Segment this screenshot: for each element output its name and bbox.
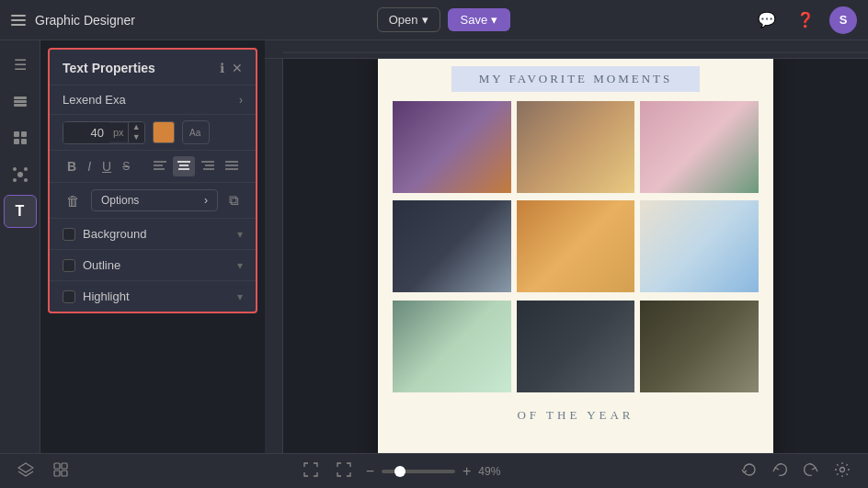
avatar[interactable]: S [829,6,857,34]
chevron-down-icon: ▾ [491,13,497,27]
align-center-button[interactable] [173,156,195,176]
zoom-out-button[interactable]: − [364,461,376,482]
topbar: Graphic Designer Open ▾ Save ▾ 💬 ❓ S [0,0,868,40]
main-layout: ☰ T Text Properties ℹ ✕ [0,40,868,453]
bottom-left [13,459,74,483]
photo-cell-5[interactable] [517,200,635,292]
align-left-button[interactable] [149,156,171,176]
photo-cell-9[interactable] [640,301,759,392]
photo-cell-7[interactable] [393,301,511,392]
background-checkbox[interactable] [63,228,75,241]
zoom-control: − + 49% [364,461,512,482]
menu-icon[interactable] [11,15,26,26]
highlight-checkbox[interactable] [63,290,75,303]
svg-point-8 [13,167,17,171]
photo-grid [378,101,773,395]
sidebar: ☰ T [0,40,40,453]
shrink-button[interactable] [331,459,357,483]
font-size-input[interactable] [63,122,109,143]
canvas-scroll: MY FAVORITE MOMENTS [283,59,868,453]
italic-button[interactable]: I [83,156,96,176]
sidebar-item-components[interactable] [4,158,37,191]
save-button[interactable]: Save ▾ [448,8,511,31]
photo-cell-8[interactable] [517,301,635,392]
sidebar-item-elements[interactable] [4,121,37,154]
align-justify-button[interactable] [221,156,243,176]
format-row: B I U S [50,151,256,183]
zoom-slider[interactable] [382,470,455,473]
sidebar-item-text[interactable]: T [4,195,37,228]
canvas-with-ruler: MY FAVORITE MOMENTS [265,59,868,453]
settings-button[interactable] [829,459,855,483]
svg-rect-2 [14,104,27,107]
bottom-right [736,459,855,483]
outline-checkbox[interactable] [63,259,75,272]
undo-button[interactable] [767,459,793,483]
chat-icon[interactable]: 💬 [752,6,782,35]
size-row: px ▲ ▼ Aa [50,115,256,151]
svg-point-11 [24,178,28,182]
outline-section-left: Outline [63,258,120,272]
outline-chevron-icon: ▾ [237,259,243,272]
duplicate-button[interactable]: ⧉ [225,188,243,212]
outline-section[interactable]: Outline ▾ [50,250,256,281]
help-icon[interactable]: ❓ [791,6,820,35]
color-swatch[interactable] [153,121,175,143]
canvas-title: MY FAVORITE MOMENTS [451,66,701,92]
size-down-button[interactable]: ▼ [129,132,144,142]
text-case-button[interactable]: Aa [182,120,210,144]
strikethrough-button[interactable]: S [118,156,134,176]
svg-rect-4 [21,131,27,137]
options-chevron-icon: › [204,194,208,207]
ruler-horizontal [265,40,868,59]
actions-row: 🗑 Options › ⧉ [50,183,256,219]
photo-cell-1[interactable] [393,101,511,193]
highlight-section[interactable]: Highlight ▾ [50,281,256,312]
delete-button[interactable]: 🗑 [63,189,84,212]
grid-toggle-button[interactable] [48,459,74,483]
ruler-vertical [265,59,283,453]
zoom-in-button[interactable]: + [461,461,473,482]
svg-rect-25 [283,40,868,58]
svg-text:Aa: Aa [189,128,201,138]
svg-rect-3 [14,131,19,137]
bold-button[interactable]: B [63,156,81,176]
svg-rect-30 [54,471,60,476]
highlight-chevron-icon: ▾ [237,290,243,303]
options-button[interactable]: Options › [91,189,218,211]
photo-cell-3[interactable] [640,101,759,193]
background-section[interactable]: Background ▾ [50,219,256,250]
close-icon[interactable]: ✕ [232,61,243,75]
svg-rect-1 [14,100,27,103]
sidebar-item-layers[interactable] [4,85,37,118]
underline-button[interactable]: U [97,156,116,176]
font-size-input-wrap[interactable]: px ▲ ▼ [63,121,145,144]
canvas-content[interactable]: MY FAVORITE MOMENTS [378,59,773,453]
options-label: Options [101,194,139,207]
background-section-left: Background [63,227,146,241]
info-icon[interactable]: ℹ [220,61,224,75]
photo-cell-4[interactable] [393,200,511,292]
font-row[interactable]: Lexend Exa › [50,85,256,115]
layers-toggle-button[interactable] [13,459,39,483]
highlight-section-left: Highlight [63,289,130,303]
topbar-right: 💬 ❓ S [752,6,857,35]
zoom-percent: 49% [478,465,511,478]
fit-screen-button[interactable] [298,459,324,483]
svg-rect-31 [62,471,67,476]
redo-button[interactable] [798,459,824,483]
photo-cell-2[interactable] [517,101,635,193]
background-chevron-icon: ▾ [237,228,243,241]
highlight-label: Highlight [83,289,130,303]
photo-cell-6[interactable] [640,200,759,292]
open-button[interactable]: Open ▾ [377,7,440,32]
background-label: Background [83,227,146,241]
size-up-button[interactable]: ▲ [129,122,144,132]
align-right-button[interactable] [197,156,219,176]
svg-point-9 [24,167,28,171]
font-chevron-icon: › [239,94,243,107]
topbar-left: Graphic Designer [11,13,135,28]
history-back-button[interactable] [736,459,761,483]
sidebar-item-menu[interactable]: ☰ [4,48,37,81]
bottom-center: − + 49% [298,459,512,483]
